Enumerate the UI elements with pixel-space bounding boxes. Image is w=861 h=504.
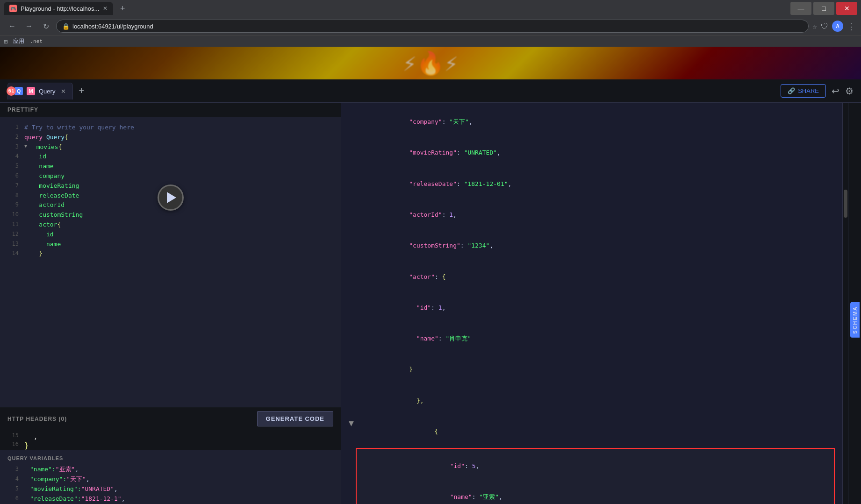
qvar-line-5: 5 "movieRating": "UNRATED",: [0, 484, 341, 494]
query-variables-section: QUERY VARIABLES 3 "name": "亚索", 4 "compa…: [0, 450, 341, 504]
tab-label: Query: [39, 88, 55, 95]
resp-line-customstring: "customString": "1234",: [349, 230, 835, 261]
resp-line-movierating: "movieRating": "UNRATED",: [349, 137, 835, 168]
resp-box-open-brace: {: [356, 416, 835, 447]
left-bottom: HTTP HEADERS (0) GENERATE CODE 15 , 16 }: [0, 407, 341, 504]
tab-close-btn[interactable]: ✕: [103, 5, 108, 12]
query-tab[interactable]: Q M Query ✕: [7, 83, 73, 99]
right-panel-container: "company": "天下", "movieRating": "UNRATED…: [341, 103, 861, 504]
vertical-scrollbar[interactable]: [842, 103, 848, 504]
shield-icon[interactable]: 🛡: [821, 22, 828, 31]
tab-close-icon[interactable]: ✕: [61, 88, 66, 95]
resp-line-actor-id: "id": 1,: [349, 292, 835, 323]
browser-chrome: 🎮 Playground - http://localhos... ✕ + — …: [0, 0, 861, 47]
main-area: PRETTIFY 1 # Try to write your query her…: [0, 103, 861, 504]
code-line-14: 14 }: [0, 249, 341, 259]
code-line-13: 13 name: [0, 240, 341, 249]
code-line-11: 11 actor{: [0, 220, 341, 230]
add-tab-button[interactable]: +: [75, 85, 88, 98]
bookmark-net[interactable]: .net: [30, 38, 43, 44]
schema-label[interactable]: SCHEMA: [850, 302, 860, 338]
new-tab-button[interactable]: +: [117, 3, 128, 14]
code-line-5: 5 name: [0, 162, 341, 171]
url-text: localhost:64921/ui/playground: [72, 23, 153, 30]
maximize-button[interactable]: □: [813, 2, 834, 15]
apps-icon[interactable]: ⊞: [4, 38, 7, 45]
code-line-15: 15 ,: [0, 432, 42, 441]
history-button[interactable]: ↩: [832, 85, 839, 97]
resp-highlighted-row: ▼ { "id": 5, "name": ": [349, 416, 835, 504]
response-panel[interactable]: "company": "天下", "movieRating": "UNRATED…: [341, 103, 842, 504]
app-topbar: 61 Q M Query ✕ + 🔗 SHARE ↩ ⚙: [0, 79, 861, 103]
tab-title: Playground - http://localhos...: [21, 5, 99, 12]
tab-bar: Q M Query ✕ +: [7, 83, 781, 99]
tab-icon: 🎮: [9, 5, 17, 12]
resp-line-releasedate: "releaseDate": "1821-12-01",: [349, 169, 835, 199]
menu-icon[interactable]: ⋮: [847, 21, 855, 31]
qvar-line-6: 6 "releaseDate": "1821-12-1",: [0, 494, 341, 504]
qvar-line-3: 3 "name": "亚索",: [0, 465, 341, 475]
code-line-4: 4 id: [0, 152, 341, 162]
background-image: ⚡🔥⚡: [0, 47, 861, 79]
bookmarks-bar: ⊞ 应用 .net: [0, 35, 861, 47]
profile-icon[interactable]: A: [832, 21, 843, 32]
minimize-button[interactable]: —: [790, 2, 811, 15]
resp-line-actor-name: "name": "肖申克": [349, 323, 835, 354]
m-icon: M: [27, 87, 35, 95]
resp-highlighted-content: { "id": 5, "name": "亚索",: [356, 416, 835, 504]
resp-line-actorid: "actorId": 1,: [349, 199, 835, 230]
box-name: "name": "亚索",: [360, 482, 830, 504]
code-line-6: 6 company: [0, 171, 341, 181]
schema-sidebar[interactable]: SCHEMA: [848, 103, 861, 504]
http-headers-bar: HTTP HEADERS (0) GENERATE CODE: [0, 407, 341, 430]
http-headers-label: HTTP HEADERS (0): [7, 416, 67, 422]
highlight-box: "id": 5, "name": "亚索", "company": "天下",: [356, 448, 835, 504]
query-variables-label: QUERY VARIABLES: [0, 454, 341, 465]
resp-line-obj-close: },: [349, 385, 835, 416]
code-line-12: 12 id: [0, 230, 341, 240]
reload-button[interactable]: ↻: [39, 20, 52, 33]
qvar-line-4: 4 "company": "天下",: [0, 475, 341, 484]
bookmark-star-icon[interactable]: ☆: [812, 22, 817, 31]
bookmark-apps[interactable]: 应用: [13, 37, 24, 45]
resp-line-actor-open: "actor": {: [349, 261, 835, 292]
app-container: 61 Q M Query ✕ + 🔗 SHARE ↩ ⚙ PRETTIFY: [0, 79, 861, 504]
left-panel: PRETTIFY 1 # Try to write your query her…: [0, 103, 341, 504]
code-line-1: 1 # Try to write your query here: [0, 123, 341, 133]
run-button[interactable]: [158, 185, 184, 211]
code-line-2: 2 query Query{: [0, 133, 341, 142]
box-id: "id": 5,: [360, 451, 830, 482]
code-line-10: 10 customString: [0, 210, 341, 220]
resp-line-company: "company": "天下",: [349, 106, 835, 137]
counter-badge: 61: [7, 86, 16, 96]
scrollbar-thumb[interactable]: [844, 190, 847, 218]
code-editor[interactable]: 1 # Try to write your query here 2 query…: [0, 117, 341, 407]
code-line-3: 3 ▼ movies{: [0, 142, 341, 152]
address-bar[interactable]: 🔒 localhost:64921/ui/playground: [56, 20, 809, 33]
close-button[interactable]: ✕: [836, 2, 857, 15]
browser-toolbar: ← → ↻ 🔒 localhost:64921/ui/playground ☆ …: [0, 17, 861, 35]
share-button[interactable]: 🔗 SHARE: [781, 84, 826, 98]
browser-titlebar: 🎮 Playground - http://localhos... ✕ + — …: [0, 0, 861, 17]
resp-line-actor-close: }: [349, 354, 835, 385]
collapse-icon: ▼: [349, 416, 354, 431]
settings-button[interactable]: ⚙: [845, 85, 854, 97]
prettify-bar: PRETTIFY: [0, 103, 341, 117]
generate-code-button[interactable]: GENERATE CODE: [257, 411, 333, 426]
link-icon: 🔗: [788, 87, 795, 94]
run-triangle-icon: [167, 192, 176, 203]
code-line-16: 16 }: [0, 441, 33, 450]
back-button[interactable]: ←: [6, 20, 19, 33]
prettify-label: PRETTIFY: [7, 106, 38, 113]
forward-button[interactable]: →: [22, 20, 36, 33]
browser-tab[interactable]: 🎮 Playground - http://localhos... ✕: [4, 2, 113, 15]
topbar-actions: 🔗 SHARE ↩ ⚙: [781, 84, 854, 98]
share-label: SHARE: [798, 87, 819, 94]
